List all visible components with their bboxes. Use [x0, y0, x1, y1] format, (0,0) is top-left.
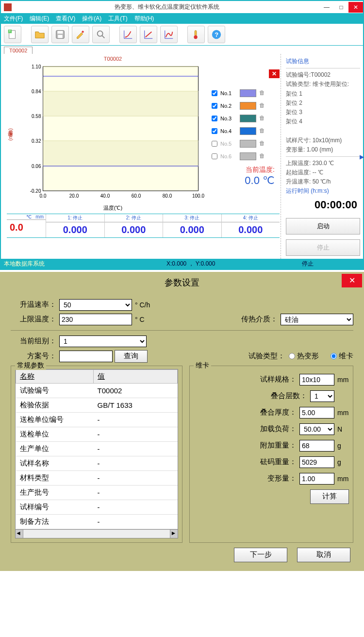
cancel-button[interactable]: 取消 [297, 548, 350, 562]
search-button[interactable] [92, 26, 110, 43]
deform-input[interactable] [299, 473, 334, 485]
param-th-name: 名称 [16, 369, 94, 383]
param-name-5: 试样名称 [16, 456, 94, 470]
table-row[interactable]: 试样编号- [16, 500, 178, 514]
calc-button[interactable]: 计算 [310, 489, 349, 504]
legend-row-6: No.6 🗑 [212, 151, 280, 162]
edit-button[interactable] [72, 26, 89, 43]
query-button[interactable]: 查询 [115, 350, 148, 363]
rate-select[interactable]: 50 [59, 299, 132, 311]
thick-unit: mm [334, 409, 349, 417]
new-button[interactable]: + [4, 26, 21, 43]
table-row[interactable]: 检验依据GB/T 1633 [16, 398, 178, 412]
expand-icon[interactable]: ▶ [360, 152, 364, 162]
svg-text:1.10: 1.10 [32, 64, 41, 69]
save-button[interactable] [51, 26, 69, 43]
menu-tools[interactable]: 工具(T) [108, 15, 127, 23]
menu-view[interactable]: 查看(V) [56, 15, 75, 23]
param-table[interactable]: 名称 值 试验编号T00002检验依据GB/T 1633送检单位编号-送检单位-… [15, 369, 178, 530]
load-select[interactable]: 50.00 [299, 423, 334, 435]
trash-icon[interactable]: 🗑 [259, 140, 266, 148]
trash-icon[interactable]: 🗑 [259, 127, 266, 135]
table-row[interactable]: 制备方法- [16, 514, 178, 529]
legend-row-2: No.2 🗑 [212, 101, 280, 111]
menu-operate[interactable]: 操作(A) [82, 15, 101, 23]
temp-button[interactable] [187, 26, 205, 43]
curve3-button[interactable] [160, 26, 178, 43]
legend-swatch-3 [240, 115, 256, 122]
vb-col-val-3: 0.000 [163, 222, 221, 237]
table-row[interactable]: 生产批号- [16, 485, 178, 500]
table-row[interactable]: 送检单位- [16, 427, 178, 441]
general-legend: 常规参数 [15, 361, 46, 370]
start-button[interactable]: 启动 [286, 218, 360, 235]
legend-check-5[interactable] [212, 141, 217, 147]
next-button[interactable]: 下一步 [234, 548, 287, 562]
trash-icon[interactable]: 🗑 [259, 115, 266, 122]
weight-label: 砝码重量： [260, 457, 299, 467]
type-opt-hdt[interactable]: 热变形 [289, 352, 319, 361]
app-title: 热变形、维卡软化点温度测定仪软件系统 [15, 3, 319, 11]
tab-t00002[interactable]: T00002 [4, 47, 33, 54]
legend-check-1[interactable] [212, 90, 217, 96]
menu-edit[interactable]: 编辑(E) [30, 15, 49, 23]
medium-select[interactable]: 硅油 [281, 314, 353, 325]
trash-icon[interactable]: 🗑 [259, 102, 266, 110]
extra-unit: g [334, 442, 349, 450]
table-row[interactable]: 试样名称- [16, 456, 178, 470]
minimize-button[interactable]: — [319, 2, 334, 13]
scroll-left-icon[interactable]: ◄ [16, 530, 23, 538]
menu-file[interactable]: 文件(F) [4, 15, 23, 23]
svg-rect-20 [43, 91, 199, 116]
layers-select[interactable]: 1 [310, 390, 334, 402]
vb-col-hd-2: 2: 停止 [105, 214, 163, 222]
curve2-button[interactable] [140, 26, 157, 43]
rate-label: 升温速率： [11, 300, 59, 309]
menu-help[interactable]: 帮助(H) [134, 15, 154, 23]
param-name-6: 材料类型 [16, 470, 94, 485]
open-button[interactable] [31, 26, 49, 43]
scroll-right-icon[interactable]: ► [170, 530, 178, 538]
chart-close-icon[interactable]: ✕ [269, 69, 280, 78]
legend-check-2[interactable] [212, 103, 217, 109]
legend-check-6[interactable] [212, 153, 217, 159]
current-temp-label: 当前温度: [212, 166, 280, 174]
legend-row-3: No.3 🗑 [212, 113, 280, 124]
upper-input[interactable] [59, 314, 132, 325]
table-row[interactable]: 送检单位编号- [16, 412, 178, 427]
plan-input[interactable] [59, 351, 113, 362]
legend-row-5: No.5 🗑 [212, 138, 280, 149]
trash-icon[interactable]: 🗑 [259, 89, 266, 97]
legend-check-4[interactable] [212, 128, 217, 134]
table-row[interactable]: 材料类型- [16, 470, 178, 485]
curve1-button[interactable] [119, 26, 137, 43]
table-row[interactable]: 试验编号T00002 [16, 383, 178, 398]
thick-input[interactable] [299, 407, 334, 419]
stop-button[interactable]: 停止 [286, 239, 360, 256]
param-hscroll[interactable]: ◄ ► [15, 530, 178, 538]
dialog-title: 参数设置 [2, 274, 362, 291]
group-select[interactable]: 1 [59, 335, 147, 347]
weight-input[interactable] [299, 456, 334, 468]
trash-icon[interactable]: 🗑 [259, 152, 266, 160]
group-label: 当前组别： [11, 336, 59, 346]
table-row[interactable]: 生产单位- [16, 441, 178, 456]
general-fieldset: 常规参数 名称 值 试验编号T00002检验依据GB/T 1633送检单位编号-… [11, 366, 182, 543]
vb-col-2: 2: 停止0.000 [104, 214, 163, 237]
chart-plot: 1.10 0.84 0.58 0.32 0.06 -0.20 0.0 20.0 [14, 63, 212, 203]
vb-col-hd-1: 1: 停止 [46, 214, 104, 222]
type-opt-vicat[interactable]: 维卡 [331, 352, 353, 361]
info-sample: 试样尺寸: 10x10(mm) [286, 136, 360, 145]
spec-input[interactable] [299, 374, 334, 386]
extra-input[interactable] [299, 440, 334, 452]
maximize-button[interactable]: □ [334, 2, 348, 13]
legend-check-3[interactable] [212, 116, 217, 121]
vicat-legend: 维卡 [194, 361, 211, 370]
close-button[interactable]: ✕ [348, 2, 363, 13]
runtime-label: 运行时间 (h:m:s) [286, 186, 360, 196]
dialog-close-button[interactable]: ✕ [342, 274, 362, 287]
info-line-5: 架位 4 [286, 117, 360, 126]
svg-text:100.0: 100.0 [192, 193, 204, 199]
load-unit: N [334, 425, 349, 433]
help-button[interactable]: ? [208, 26, 225, 43]
